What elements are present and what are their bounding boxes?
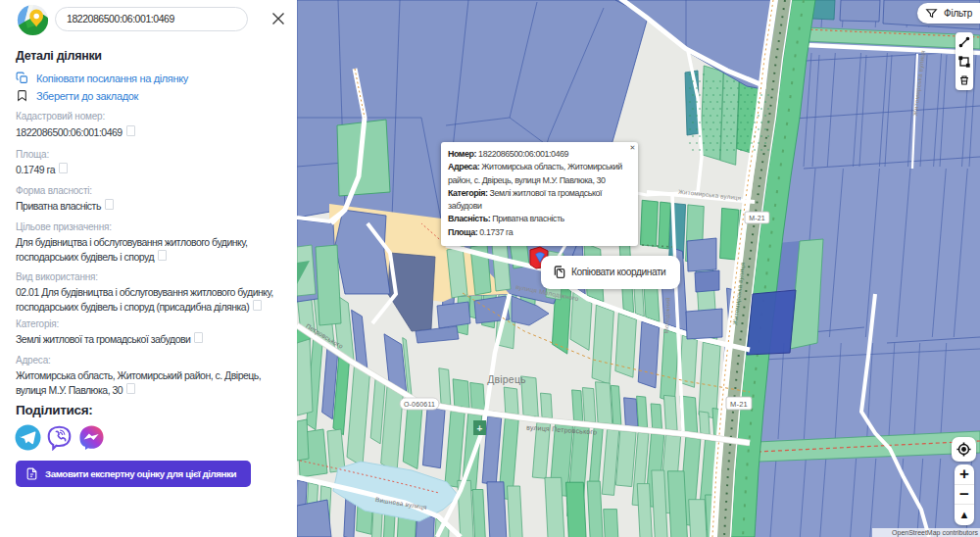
svg-text:М-21: М-21 [749,215,765,221]
svg-text:Двірець: Двірець [487,373,526,385]
svg-text:М-21: М-21 [730,400,748,409]
svg-text:+: + [477,423,483,434]
svg-text:О-060611: О-060611 [404,401,435,408]
